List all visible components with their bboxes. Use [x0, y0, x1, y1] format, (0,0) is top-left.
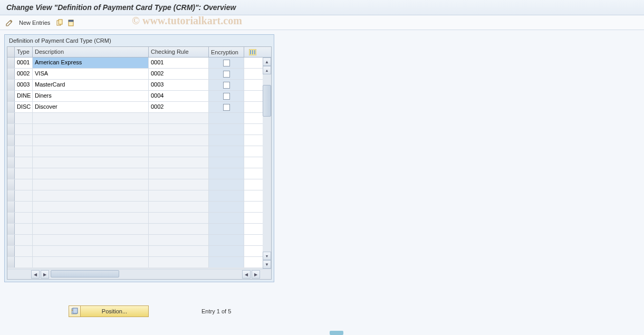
cell-checking-rule[interactable] — [149, 168, 209, 179]
cell-checking-rule[interactable] — [149, 190, 209, 201]
cell-type[interactable] — [15, 113, 33, 123]
cell-encryption[interactable] — [209, 202, 244, 212]
position-button[interactable]: Position... — [80, 305, 149, 317]
cell-checking-rule[interactable]: 0004 — [149, 91, 209, 101]
col-header-checking-rule[interactable]: Checking Rule — [149, 47, 209, 57]
cell-type[interactable] — [15, 157, 33, 168]
cell-description[interactable] — [33, 257, 149, 267]
cell-type[interactable] — [15, 235, 33, 245]
horizontal-scrollbar[interactable]: ◀ ▶ ◀ ▶ — [7, 269, 271, 279]
cell-checking-rule[interactable] — [149, 157, 209, 168]
cell-type[interactable] — [15, 135, 33, 146]
cell-description[interactable]: MasterCard — [33, 80, 149, 90]
cell-description[interactable] — [33, 146, 149, 157]
row-selector[interactable] — [7, 168, 15, 179]
cell-type[interactable]: 0002 — [15, 69, 33, 79]
row-selector[interactable] — [7, 224, 15, 234]
scroll-track[interactable] — [263, 74, 271, 252]
scroll-up-button[interactable]: ▲ — [263, 58, 271, 66]
row-selector[interactable] — [7, 190, 15, 201]
col-header-encryption[interactable]: Encryption — [209, 47, 244, 57]
cell-description[interactable] — [33, 157, 149, 168]
cell-type[interactable]: 0001 — [15, 58, 33, 68]
row-selector[interactable] — [7, 135, 15, 146]
cell-description[interactable] — [33, 113, 149, 123]
row-selector[interactable] — [7, 113, 15, 123]
cell-type[interactable] — [15, 179, 33, 190]
encryption-checkbox[interactable] — [223, 60, 230, 66]
row-selector[interactable] — [7, 157, 15, 168]
cell-encryption[interactable] — [209, 113, 244, 123]
encryption-checkbox[interactable] — [223, 71, 230, 78]
cell-encryption[interactable] — [209, 102, 244, 112]
cell-description[interactable] — [33, 235, 149, 245]
cell-checking-rule[interactable] — [149, 246, 209, 256]
cell-checking-rule[interactable] — [149, 202, 209, 212]
cell-encryption[interactable] — [209, 157, 244, 168]
position-icon[interactable] — [69, 305, 80, 317]
cell-description[interactable] — [33, 124, 149, 135]
cell-checking-rule[interactable] — [149, 146, 209, 157]
cell-description[interactable] — [33, 246, 149, 256]
hscroll-right-button[interactable]: ◀ — [242, 270, 251, 279]
cell-encryption[interactable] — [209, 257, 244, 267]
cell-encryption[interactable] — [209, 69, 244, 79]
cell-encryption[interactable] — [209, 146, 244, 157]
hscroll-first-button[interactable]: ◀ — [31, 270, 40, 279]
col-header-type[interactable]: Type — [15, 47, 33, 57]
copy-as-icon[interactable] — [55, 18, 64, 27]
cell-type[interactable] — [15, 168, 33, 179]
cell-checking-rule[interactable] — [149, 213, 209, 223]
encryption-checkbox[interactable] — [223, 104, 230, 111]
cell-type[interactable] — [15, 224, 33, 234]
cell-encryption[interactable] — [209, 168, 244, 179]
cell-checking-rule[interactable] — [149, 224, 209, 234]
row-selector[interactable] — [7, 58, 15, 68]
new-entries-button[interactable]: New Entries — [17, 18, 52, 27]
row-selector[interactable] — [7, 69, 15, 79]
cell-checking-rule[interactable]: 0001 — [149, 58, 209, 68]
cell-description[interactable] — [33, 168, 149, 179]
cell-checking-rule[interactable] — [149, 179, 209, 190]
cell-checking-rule[interactable] — [149, 113, 209, 123]
cell-description[interactable] — [33, 224, 149, 234]
cell-type[interactable] — [15, 202, 33, 212]
row-selector[interactable] — [7, 146, 15, 157]
cell-type[interactable] — [15, 190, 33, 201]
row-selector[interactable] — [7, 246, 15, 256]
cell-description[interactable] — [33, 190, 149, 201]
row-selector[interactable] — [7, 91, 15, 101]
col-header-description[interactable]: Description — [33, 47, 149, 57]
cell-type[interactable] — [15, 257, 33, 267]
cell-checking-rule[interactable]: 0002 — [149, 69, 209, 79]
cell-description[interactable] — [33, 135, 149, 146]
scroll-down-button[interactable]: ▼ — [263, 260, 271, 269]
cell-type[interactable]: DINE — [15, 91, 33, 101]
row-selector[interactable] — [7, 257, 15, 267]
cell-encryption[interactable] — [209, 135, 244, 146]
cell-encryption[interactable] — [209, 224, 244, 234]
toggle-edit-icon[interactable] — [5, 18, 14, 27]
cell-encryption[interactable] — [209, 213, 244, 223]
row-selector[interactable] — [7, 80, 15, 90]
vertical-scrollbar[interactable]: ▲ ▲ ▼ ▼ — [263, 58, 271, 269]
cell-checking-rule[interactable] — [149, 135, 209, 146]
scroll-up-step-button[interactable]: ▲ — [263, 66, 271, 74]
hscroll-thumb[interactable] — [51, 270, 119, 277]
cell-type[interactable] — [15, 146, 33, 157]
cell-checking-rule[interactable] — [149, 124, 209, 135]
cell-encryption[interactable] — [209, 80, 244, 90]
cell-checking-rule[interactable] — [149, 257, 209, 267]
cell-type[interactable] — [15, 213, 33, 223]
cell-encryption[interactable] — [209, 190, 244, 201]
row-selector[interactable] — [7, 213, 15, 223]
cell-type[interactable]: DISC — [15, 102, 33, 112]
cell-encryption[interactable] — [209, 58, 244, 68]
scroll-down-step-button[interactable]: ▼ — [263, 252, 271, 260]
cell-description[interactable]: Diners — [33, 91, 149, 101]
cell-encryption[interactable] — [209, 124, 244, 135]
row-selector[interactable] — [7, 235, 15, 245]
cell-description[interactable] — [33, 202, 149, 212]
encryption-checkbox[interactable] — [223, 93, 230, 100]
cell-checking-rule[interactable] — [149, 235, 209, 245]
